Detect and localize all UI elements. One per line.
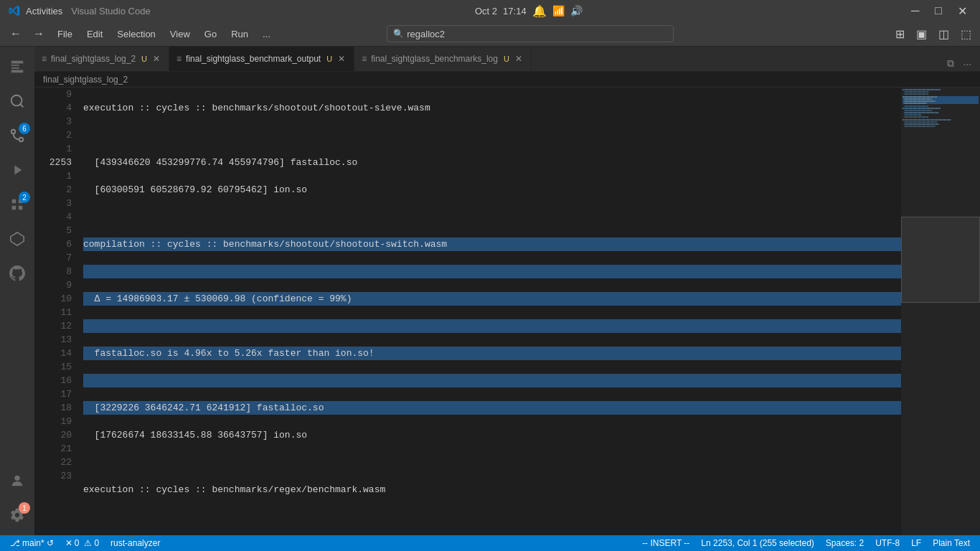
- editor-content[interactable]: 9 4 3 2 1 2253 1 2 3 4 5 6 7 8 9 10 11 1…: [34, 88, 980, 535]
- more-actions-icon[interactable]: ···: [960, 57, 974, 71]
- source-control-badge: 6: [19, 123, 30, 134]
- code-line-s9: execution :: cycles :: benchmarks/regex/…: [83, 483, 901, 496]
- svg-point-3: [11, 130, 16, 134]
- code-line-3: [439346620 453299776.74 455974796] fasta…: [83, 156, 901, 169]
- code-area[interactable]: execution :: cycles :: benchmarks/shooto…: [77, 88, 901, 535]
- warning-icon: ⚠: [84, 538, 92, 548]
- editor-area: ≡ final_sightglass_log_2 U ✕ ≡ final_sig…: [34, 47, 980, 535]
- code-line-s1: [83, 265, 901, 278]
- minimap-viewport[interactable]: [901, 217, 980, 303]
- status-mode: -- INSERT --: [638, 535, 694, 551]
- code-line-2253: compilation :: cycles :: benchmarks/shoo…: [83, 237, 901, 251]
- status-mode-text: -- INSERT --: [642, 538, 689, 548]
- tab-1[interactable]: ≡ final_sightglass_benchmark_output U ✕: [169, 47, 354, 71]
- status-encoding[interactable]: UTF-8: [871, 535, 904, 551]
- minimap[interactable]: ████████████████████████████████████████…: [901, 88, 980, 535]
- activity-account[interactable]: [0, 463, 34, 498]
- search-input[interactable]: [407, 29, 667, 39]
- status-errors[interactable]: ✕ 0 ⚠ 0: [61, 535, 103, 551]
- tab-close-1[interactable]: ✕: [336, 53, 347, 65]
- menu-more[interactable]: ...: [257, 26, 276, 42]
- vscode-logo-icon: [9, 5, 20, 17]
- tab-close-0[interactable]: ✕: [151, 53, 161, 65]
- activity-search[interactable]: [0, 84, 34, 118]
- tab-label-2: final_sightglass_benchmarks_log: [371, 54, 498, 64]
- status-branch[interactable]: ⎇ main* ↺: [6, 535, 58, 551]
- activity-settings[interactable]: 1: [0, 498, 34, 532]
- minimap-content: ████████████████████████████████████████…: [901, 88, 980, 535]
- tab-icon-1: ≡: [176, 54, 182, 64]
- tab-suffix-2: U: [504, 55, 509, 63]
- status-position[interactable]: Ln 2253, Col 1 (255 selected): [697, 535, 818, 551]
- tab-suffix-1: U: [326, 55, 332, 63]
- tab-2[interactable]: ≡ final_sightglass_benchmarks_log U ✕: [354, 47, 532, 71]
- activity-explorer[interactable]: [0, 50, 34, 84]
- activity-source-control[interactable]: 6: [0, 118, 34, 153]
- status-lsp[interactable]: rust-analyzer: [106, 535, 164, 551]
- menu-selection[interactable]: Selection: [111, 26, 161, 42]
- tab-icon-2: ≡: [362, 54, 367, 64]
- wifi-icon: 📶: [552, 5, 565, 17]
- tab-0[interactable]: ≡ final_sightglass_log_2 U ✕: [34, 47, 169, 71]
- panel-toggle-icon[interactable]: ⬚: [958, 26, 974, 42]
- titlebar-center: Oct 2 17:14 🔔 📶 🔊: [475, 4, 583, 18]
- sidebar-toggle-icon[interactable]: ◫: [936, 26, 952, 42]
- main-area: 6 2 1 ≡ final_: [0, 47, 980, 535]
- code-line-s3: [83, 319, 901, 333]
- tab-close-2[interactable]: ✕: [514, 53, 524, 65]
- status-line-ending-text: LF: [911, 538, 921, 548]
- status-spaces[interactable]: Spaces: 2: [821, 535, 868, 551]
- status-sync-icon: ↺: [47, 538, 54, 548]
- code-line-1: [83, 210, 901, 224]
- titlebar-left: Activities Visual Studio Code: [9, 5, 151, 17]
- code-line-s6: [3229226 3646242.71 6241912] fastalloc.s…: [83, 401, 901, 415]
- status-position-text: Ln 2253, Col 1 (255 selected): [701, 538, 814, 548]
- titlebar-controls: ─ □ ✕: [907, 4, 971, 18]
- status-spaces-text: Spaces: 2: [826, 538, 864, 548]
- search-bar[interactable]: 🔍: [387, 25, 674, 42]
- split-editor-right-icon[interactable]: ⧉: [944, 56, 957, 71]
- titlebar-app-name: Activities: [26, 6, 62, 17]
- bell-icon[interactable]: 🔔: [532, 4, 547, 18]
- close-button[interactable]: ✕: [953, 4, 971, 18]
- menu-edit[interactable]: Edit: [81, 26, 108, 42]
- minimize-button[interactable]: ─: [907, 4, 923, 17]
- extensions-badge: 2: [19, 192, 30, 203]
- code-line-s2: Δ = 14986903.17 ± 530069.98 (confidence …: [83, 292, 901, 306]
- line-numbers: 9 4 3 2 1 2253 1 2 3 4 5 6 7 8 9 10 11 1…: [34, 88, 77, 535]
- tab-label-1: final_sightglass_benchmark_output: [186, 54, 321, 64]
- activity-remote[interactable]: [0, 222, 34, 256]
- nav-back-button[interactable]: ←: [6, 26, 26, 42]
- activity-github[interactable]: [0, 256, 34, 291]
- maximize-button[interactable]: □: [930, 4, 946, 17]
- panel-layout-icon[interactable]: ▣: [913, 26, 930, 42]
- activity-bottom: 1: [0, 463, 34, 535]
- split-editor-icon[interactable]: ⊞: [892, 26, 908, 42]
- code-line-2: [60300591 60528679.92 60795462] ion.so: [83, 183, 901, 197]
- menubar-right: ⊞ ▣ ◫ ⬚: [892, 26, 974, 42]
- code-line-s7: [17626674 18633145.88 36643757] ion.so: [83, 428, 901, 442]
- activity-bar: 6 2 1: [0, 47, 34, 535]
- menu-view[interactable]: View: [164, 26, 196, 42]
- status-language[interactable]: Plain Text: [928, 535, 974, 551]
- search-icon: 🔍: [393, 29, 404, 39]
- nav-forward-button[interactable]: →: [29, 26, 49, 42]
- activity-run-debug[interactable]: [0, 153, 34, 187]
- titlebar: Activities Visual Studio Code Oct 2 17:1…: [0, 0, 980, 22]
- breadcrumb: final_sightglass_log_2: [34, 72, 980, 88]
- menu-go[interactable]: Go: [199, 26, 222, 42]
- code-line-s5: [83, 374, 901, 387]
- settings-badge: 1: [19, 502, 30, 514]
- status-line-ending[interactable]: LF: [907, 535, 925, 551]
- code-line-s10: [83, 510, 901, 524]
- menu-run[interactable]: Run: [225, 26, 254, 42]
- activity-extensions[interactable]: 2: [0, 187, 34, 222]
- status-encoding-text: UTF-8: [875, 538, 900, 548]
- menu-file[interactable]: File: [52, 26, 78, 42]
- git-branch-icon: ⎇: [10, 538, 20, 548]
- svg-point-0: [11, 95, 22, 106]
- status-bar: ⎇ main* ↺ ✕ 0 ⚠ 0 rust-analyzer -- INSER…: [0, 535, 980, 551]
- code-line-9: execution :: cycles :: benchmarks/shooto…: [83, 101, 901, 115]
- volume-icon[interactable]: 🔊: [570, 5, 583, 17]
- svg-point-2: [19, 138, 24, 142]
